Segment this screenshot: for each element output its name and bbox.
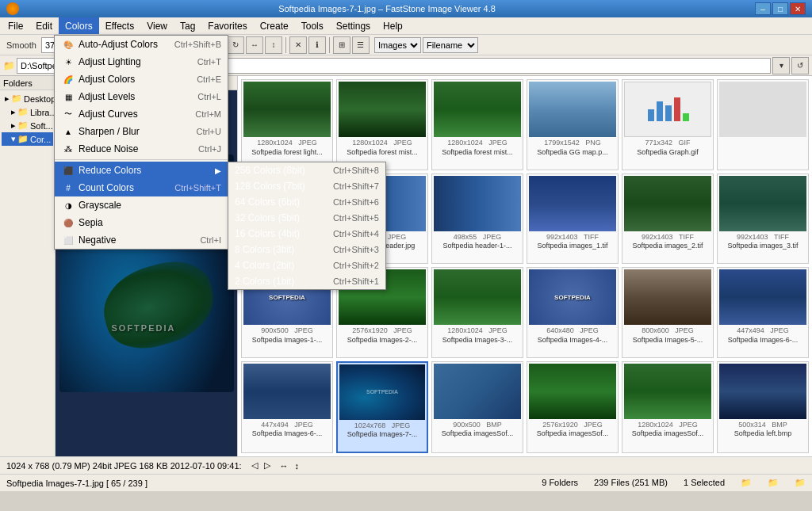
menu-tools[interactable]: Tools xyxy=(295,17,330,34)
submenu-32-label: 32 Colors (5bit) xyxy=(235,212,300,223)
thumb-forest2[interactable]: 1280x1024 JPEG Softpedia forest mist... xyxy=(336,79,428,170)
close-button[interactable]: ✕ xyxy=(790,2,806,15)
status-bar-bottom: Softpedia Images-7-1.jpg [ 65 / 239 ] 9 … xyxy=(0,474,812,491)
sepia-label: Sepia xyxy=(79,217,103,228)
tree-item-cor[interactable]: ▾ 📁 Cor... xyxy=(2,132,53,146)
toolbar-btn-thumb[interactable]: ⊞ xyxy=(333,36,350,54)
toolbar-btn-delete[interactable]: ✕ xyxy=(289,36,307,54)
menu-create[interactable]: Create xyxy=(254,17,295,34)
thumb-graph[interactable]: 771x342 GIF Softpedia Graph.gif xyxy=(622,79,714,170)
go-button[interactable]: ▾ xyxy=(772,57,790,74)
menu-negative[interactable]: ⬜ Negative Ctrl+I xyxy=(55,231,228,249)
thumb-si3-dims: 1280x1024 JPEG xyxy=(447,326,508,336)
menu-favorites[interactable]: Favorites xyxy=(201,17,253,34)
menu-adjust-lighting[interactable]: ☀ Adjust Lighting Ctrl+T xyxy=(55,53,228,71)
thumb-img3[interactable]: 992x1403 TIFF Softpedia images_3.tif xyxy=(717,174,809,265)
curves-label: Adjust Curves xyxy=(79,109,138,120)
thumb-si4[interactable]: SOFTPEDIA 640x480 JPEG Softpedia Images-… xyxy=(527,267,619,358)
submenu-128[interactable]: 128 Colors (7bit) Ctrl+Shift+7 xyxy=(228,178,385,194)
menu-colors[interactable]: Colors xyxy=(59,17,99,34)
sort-select[interactable]: FilenameDate xyxy=(423,37,478,53)
submenu-16[interactable]: 16 Colors (4bit) Ctrl+Shift+4 xyxy=(228,226,385,242)
menu-view[interactable]: View xyxy=(140,17,174,34)
levels-shortcut: Ctrl+L xyxy=(185,92,221,101)
thumb-empty-img xyxy=(719,82,806,137)
toolbar-btn-flip-v[interactable]: ↕ xyxy=(265,36,282,54)
menu-adjust-curves[interactable]: 〜 Adjust Curves Ctrl+M xyxy=(55,105,228,123)
submenu-2[interactable]: 2 Colors (1bit) Ctrl+Shift+1 xyxy=(228,273,385,289)
menu-tag[interactable]: Tag xyxy=(174,17,201,34)
thumb-map-img xyxy=(529,82,616,137)
thumb-si5[interactable]: 800x600 JPEG Softpedia Images-5-... xyxy=(622,267,714,358)
menu-count-colors[interactable]: # Count Colors Ctrl+Shift+T xyxy=(55,179,228,196)
thumb-si7[interactable]: SOFTPEDIA 1024x768 JPEG Softpedia Images… xyxy=(336,361,428,454)
nav-prev[interactable]: ◁ xyxy=(251,460,258,471)
view-type-select[interactable]: ImagesAll xyxy=(374,37,421,53)
thumb-map[interactable]: 1799x1542 PNG Softpedia GG map.p... xyxy=(527,79,619,170)
toolbar-btn-info[interactable]: ℹ xyxy=(308,36,326,54)
tree-item-lib[interactable]: ▸ 📁 Libra... xyxy=(2,105,53,119)
image-info: 1024 x 768 (0.79 MP) 24bit JPEG 168 KB 2… xyxy=(6,461,242,471)
reduce-noise-shortcut: Ctrl+J xyxy=(186,144,221,154)
thumb-si2-name: Softpedia Images-2-... xyxy=(347,336,418,344)
menu-sharpen-blur[interactable]: ▲ Sharpen / Blur Ctrl+U xyxy=(55,123,228,140)
menu-grayscale[interactable]: ◑ Grayscale xyxy=(55,196,228,214)
separator-4 xyxy=(329,37,330,53)
thumb-img2[interactable]: 992x1403 TIFF Softpedia images_2.tif xyxy=(622,174,714,265)
submenu-64[interactable]: 64 Colors (6bit) Ctrl+Shift+6 xyxy=(228,194,385,210)
tree-item-desktop[interactable]: ▸ 📁 Desktop xyxy=(2,92,53,105)
zoom-height-icon[interactable]: ↕ xyxy=(295,461,300,471)
submenu-256[interactable]: 256 Colors (8bit) Ctrl+Shift+8 xyxy=(228,162,385,178)
thumb-sisbmp-name: Softpedia imagesSof... xyxy=(442,429,514,437)
menu-edit[interactable]: Edit xyxy=(29,17,59,34)
thumb-si6b[interactable]: 447x494 JPEG Softpedia Images-6-... xyxy=(241,361,333,454)
maximize-button[interactable]: □ xyxy=(772,2,788,15)
thumb-graph-name: Softpedia Graph.gif xyxy=(637,148,699,156)
thumb-empty[interactable] xyxy=(717,79,809,170)
menu-adjust-levels[interactable]: ▦ Adjust Levels Ctrl+L xyxy=(55,88,228,105)
thumb-img1[interactable]: 992x1403 TIFF Softpedia images_1.tif xyxy=(527,174,619,265)
minimize-button[interactable]: – xyxy=(755,2,771,15)
thumb-left-bmp[interactable]: 500x314 BMP Softpedia left.bmp xyxy=(717,361,809,454)
menu-help[interactable]: Help xyxy=(377,17,409,34)
menu-sepia[interactable]: 🟤 Sepia xyxy=(55,214,228,231)
tree-item-soft[interactable]: ▸ 📁 Soft... xyxy=(2,119,53,132)
thumb-hdr1[interactable]: 498x55 JPEG Softpedia header-1-... xyxy=(431,174,523,265)
zoom-fit-icon[interactable]: ↔ xyxy=(280,461,289,471)
menu-auto-adjust-colors[interactable]: 🎨 Auto-Adjust Colors Ctrl+Shift+B xyxy=(55,36,228,53)
menu-reduce-colors[interactable]: ⬛ Reduce Colors ▶ 256 Colors (8bit) Ctrl… xyxy=(55,162,228,179)
thumb-sis2[interactable]: 2576x1920 JPEG Softpedia imagesSof... xyxy=(527,361,619,454)
thumb-forest2-dims: 1280x1024 JPEG xyxy=(352,139,412,148)
thumb-sisbmp-dims: 900x500 BMP xyxy=(453,421,502,430)
submenu-8[interactable]: 8 Colors (3bit) Ctrl+Shift+3 xyxy=(228,242,385,257)
menu-settings[interactable]: Settings xyxy=(330,17,377,34)
toolbar-btn-rot-r[interactable]: ↻ xyxy=(227,36,244,54)
lighting-label: Adjust Lighting xyxy=(79,56,141,67)
menu-adjust-colors[interactable]: 🌈 Adjust Colors Ctrl+E xyxy=(55,71,228,88)
menu-effects[interactable]: Effects xyxy=(99,17,140,34)
refresh-button[interactable]: ↺ xyxy=(791,57,809,74)
submenu-4[interactable]: 4 Colors (2bit) Ctrl+Shift+2 xyxy=(228,257,385,273)
thumb-si6a[interactable]: 447x494 JPEG Softpedia Images-6-... xyxy=(717,267,809,358)
menu-reduce-noise[interactable]: ⁂ Reduce Noise Ctrl+J xyxy=(55,140,228,158)
negative-icon: ⬜ xyxy=(61,234,75,246)
menu-file[interactable]: File xyxy=(2,17,29,34)
thumb-si6b-dims: 447x494 JPEG xyxy=(261,421,313,430)
thumb-sisbmp[interactable]: 900x500 BMP Softpedia imagesSof... xyxy=(431,361,523,454)
thumb-forest3[interactable]: 1280x1024 JPEG Softpedia forest mist... xyxy=(431,79,523,170)
thumb-forest1[interactable]: 1280x1024 JPEG Softpedia forest light... xyxy=(241,79,333,170)
thumb-si3[interactable]: 1280x1024 JPEG Softpedia Images-3-... xyxy=(431,267,523,358)
separator-3 xyxy=(285,37,286,53)
thumb-sis2-name: Softpedia imagesSof... xyxy=(537,429,609,437)
toolbar-btn-list[interactable]: ☰ xyxy=(352,36,370,54)
svg-rect-2 xyxy=(665,105,672,121)
levels-icon: ▦ xyxy=(61,90,75,103)
thumb-sis3[interactable]: 1280x1024 JPEG Softpedia imagesSof... xyxy=(622,361,714,454)
submenu-32[interactable]: 32 Colors (5bit) Ctrl+Shift+5 xyxy=(228,210,385,226)
reduce-colors-icon: ⬛ xyxy=(61,164,75,177)
toolbar-btn-flip-h[interactable]: ↔ xyxy=(246,36,263,54)
folders-count: 9 Folders xyxy=(542,478,578,488)
nav-next[interactable]: ▷ xyxy=(264,460,270,471)
thumb-si5-dims: 800x600 JPEG xyxy=(642,326,694,336)
thumb-img2-name: Softpedia images_2.tif xyxy=(632,242,703,250)
